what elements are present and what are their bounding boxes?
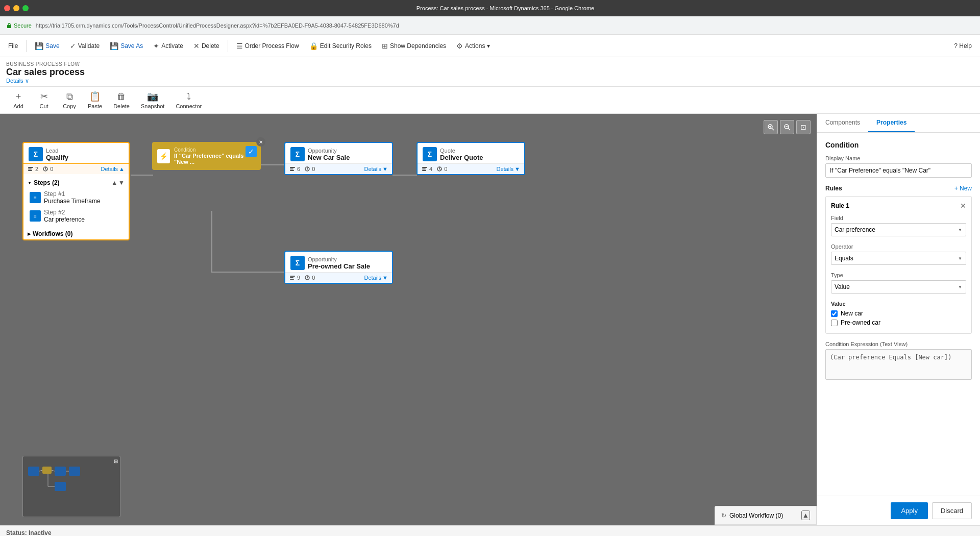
new-rule-link[interactable]: + New bbox=[954, 185, 972, 192]
svg-rect-24 bbox=[422, 168, 426, 169]
properties-section-title: Condition bbox=[825, 141, 972, 149]
global-workflow: ↻ Global Workflow (0) ▲ bbox=[715, 506, 817, 525]
operator-group: Operator Equals bbox=[831, 243, 966, 265]
order-process-flow-button[interactable]: ☰ Order Process Flow bbox=[232, 40, 303, 52]
opp-new-details-button[interactable]: Details ▼ bbox=[364, 166, 388, 172]
type-select[interactable]: Value bbox=[831, 280, 966, 294]
validate-button[interactable]: ✓ Validate bbox=[66, 40, 104, 52]
rule-1-box: Rule 1 ✕ Field Car preference Operator bbox=[825, 196, 972, 334]
show-dependencies-button[interactable]: ⊞ Show Dependencies bbox=[378, 40, 450, 52]
edit-security-roles-button[interactable]: 🔒 Edit Security Roles bbox=[305, 40, 376, 52]
opp-preowned-details-button[interactable]: Details ▼ bbox=[364, 275, 388, 281]
panel-tabs: Components Properties bbox=[817, 114, 980, 133]
actions-chevron-icon: ▾ bbox=[487, 42, 490, 50]
quote-name: Deliver Quote bbox=[440, 154, 483, 161]
type-select-wrapper: Value bbox=[831, 280, 966, 294]
canvas-toolbar: + Add ✂ Cut ⧉ Copy 📋 Paste 🗑 Delete 📷 Sn… bbox=[0, 87, 980, 114]
rules-header: Rules + New bbox=[825, 185, 972, 192]
opp-preowned-title: Opportunity bbox=[308, 256, 370, 262]
help-button[interactable]: ? Help bbox=[950, 40, 976, 52]
browser-maximize-btn[interactable] bbox=[22, 5, 29, 11]
operator-select-wrapper: Equals bbox=[831, 252, 966, 265]
cut-button[interactable]: ✂ Cut bbox=[32, 89, 56, 111]
lead-node-footer: 2 0 Details ▲ bbox=[23, 163, 129, 174]
global-wf-refresh-icon: ↻ bbox=[721, 512, 726, 519]
file-button[interactable]: File bbox=[4, 40, 22, 52]
details-chevron-icon: ▲ bbox=[119, 166, 125, 172]
minimap-nodes bbox=[23, 456, 120, 517]
paste-button[interactable]: 📋 Paste bbox=[83, 89, 107, 111]
step-2-item[interactable]: ≡ Step #2 Car preference bbox=[28, 207, 125, 225]
opp-preowned-name: Pre-owned Car Sale bbox=[308, 262, 370, 270]
field-label: Field bbox=[831, 215, 966, 221]
tab-properties[interactable]: Properties bbox=[868, 114, 915, 132]
svg-rect-12 bbox=[28, 168, 32, 169]
field-select-wrapper: Car preference bbox=[831, 223, 966, 236]
workflows-section: ▶ Workflows (0) bbox=[23, 228, 129, 239]
condition-delete-button[interactable]: ✕ bbox=[256, 137, 265, 147]
details-link[interactable]: Details ∨ bbox=[6, 78, 974, 84]
apply-button[interactable]: Apply bbox=[891, 502, 928, 519]
global-wf-title: Global Workflow (0) bbox=[729, 512, 783, 519]
browser-close-btn[interactable] bbox=[4, 5, 10, 11]
global-wf-header: ↻ Global Workflow (0) ▲ bbox=[715, 506, 816, 525]
panel-footer: Apply Discard bbox=[817, 496, 980, 525]
zoom-out-button[interactable] bbox=[780, 120, 794, 134]
browser-minimize-btn[interactable] bbox=[13, 5, 19, 11]
address-bar: Secure https://trial1705.crm.dynamics.co… bbox=[0, 16, 980, 35]
page-title: Car sales process bbox=[6, 67, 974, 78]
steps-header: ▼ Steps (2) ▲ ▼ bbox=[28, 177, 125, 188]
step-up-button[interactable]: ▲ bbox=[111, 179, 117, 186]
add-button[interactable]: + Add bbox=[6, 89, 31, 111]
delete-toolbar-button[interactable]: ✕ Delete bbox=[189, 40, 224, 52]
condition-expr-textarea[interactable]: (Car preference Equals [New car]) bbox=[825, 349, 972, 380]
steps-triangle-icon: ▼ bbox=[28, 181, 32, 185]
preowned-car-checkbox[interactable] bbox=[831, 320, 838, 326]
svg-rect-21 bbox=[290, 279, 294, 280]
step-down-button[interactable]: ▼ bbox=[118, 179, 125, 186]
operator-select[interactable]: Equals bbox=[831, 252, 966, 265]
panel-content: Condition Display Name Rules + New Rule … bbox=[817, 133, 980, 496]
discard-button[interactable]: Discard bbox=[932, 502, 972, 519]
save-as-button[interactable]: 💾 Save As bbox=[106, 40, 147, 52]
canvas-area[interactable]: ⊡ Σ Lead Qualify 2 0 bbox=[0, 114, 817, 525]
svg-rect-13 bbox=[28, 170, 32, 171]
file-label: File bbox=[8, 42, 18, 50]
security-icon: 🔒 bbox=[309, 42, 318, 50]
rule-1-close-button[interactable]: ✕ bbox=[960, 202, 966, 210]
save-button[interactable]: 💾 Save bbox=[31, 40, 63, 52]
svg-rect-23 bbox=[422, 167, 427, 168]
address-url[interactable]: https://trial1705.crm.dynamics.com/Tools… bbox=[36, 22, 399, 29]
quote-header: Σ Quote Deliver Quote bbox=[418, 143, 524, 163]
step-1-item[interactable]: ≡ Step #1 Purchase Timeframe bbox=[28, 188, 125, 207]
condition-node[interactable]: ⚡ Condition If "Car Preference" equals "… bbox=[152, 142, 261, 170]
dependencies-icon: ⊞ bbox=[382, 42, 388, 50]
lead-details-button[interactable]: Details ▲ bbox=[101, 166, 125, 172]
delete-canvas-button[interactable]: 🗑 Delete bbox=[108, 89, 135, 111]
opp-preowned-chevron-icon: ▼ bbox=[382, 275, 388, 281]
global-wf-collapse-button[interactable]: ▲ bbox=[801, 510, 810, 520]
type-label: Type bbox=[831, 272, 966, 278]
quote-icon: Σ bbox=[423, 147, 437, 161]
opp-new-header: Σ Opportunity New Car Sale bbox=[285, 143, 392, 163]
quote-node: Σ Quote Deliver Quote 4 0 Details ▼ bbox=[416, 142, 525, 175]
delete-toolbar-icon: ✕ bbox=[193, 42, 200, 50]
connector-button[interactable]: ⤵ Connector bbox=[170, 89, 207, 111]
zoom-in-button[interactable] bbox=[764, 120, 778, 134]
quote-details-button[interactable]: Details ▼ bbox=[496, 166, 520, 172]
tab-components[interactable]: Components bbox=[817, 114, 868, 132]
snapshot-button[interactable]: 📷 Snapshot bbox=[136, 89, 169, 111]
fit-view-button[interactable]: ⊡ bbox=[796, 120, 811, 134]
snapshot-icon: 📷 bbox=[147, 91, 158, 102]
field-select[interactable]: Car preference bbox=[831, 223, 966, 236]
display-name-input[interactable] bbox=[825, 163, 972, 178]
copy-button[interactable]: ⧉ Copy bbox=[57, 89, 82, 111]
actions-button[interactable]: ⚙ Actions ▾ bbox=[452, 40, 494, 52]
save-icon: 💾 bbox=[35, 42, 43, 50]
new-car-checkbox[interactable] bbox=[831, 310, 838, 317]
preowned-car-label: Pre-owned car bbox=[841, 319, 880, 326]
svg-rect-16 bbox=[290, 168, 293, 169]
minimap[interactable]: ⊞ bbox=[22, 456, 120, 517]
activate-button[interactable]: ✦ Activate bbox=[149, 40, 187, 52]
lead-workflows-stat: 0 bbox=[42, 166, 53, 172]
